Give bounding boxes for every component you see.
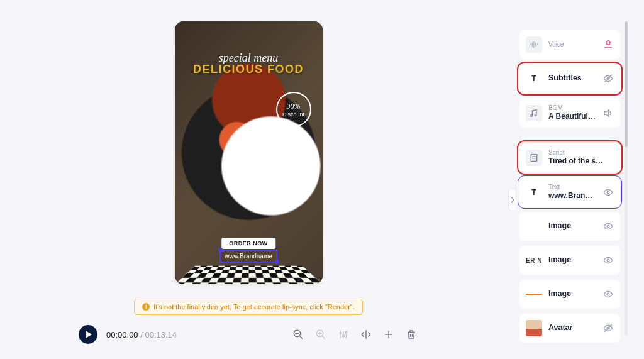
layer-subtitles-title: Subtitles: [548, 74, 596, 84]
script-icon: [526, 150, 542, 166]
zoom-out-icon: [292, 329, 304, 340]
visibility-visible-icon[interactable]: [602, 187, 614, 198]
zoom-in-icon: [315, 329, 326, 340]
voice-character-icon[interactable]: [602, 39, 614, 50]
image-thumbnail: [526, 218, 542, 235]
layer-image-1[interactable]: Image: [519, 212, 620, 241]
right-panel-scrollbar[interactable]: [625, 21, 628, 336]
svg-point-31: [607, 191, 609, 194]
svg-line-6: [322, 336, 325, 339]
discount-percent: 30%: [287, 102, 301, 111]
trash-icon: [406, 329, 417, 340]
layer-script-label: Script: [548, 149, 614, 157]
canvas-floor-pattern: [175, 266, 323, 284]
visibility-hidden-icon[interactable]: [602, 73, 614, 84]
visibility-visible-icon[interactable]: [602, 255, 614, 266]
time-duration: 00:13.14: [145, 330, 177, 340]
time-display: 00:00.00 / 00:13.14: [106, 330, 177, 340]
layer-voice[interactable]: Voice: [519, 30, 620, 59]
selected-text-element[interactable]: www.Brandname: [219, 250, 277, 263]
layer-script-value: Tired of the s…: [548, 157, 614, 166]
overlay-headline[interactable]: DELICIOUS FOOD: [175, 63, 323, 76]
layers-panel: Voice T Subtitles BGM A Beautiful Sky Sc…: [519, 30, 620, 343]
split-button[interactable]: [359, 328, 373, 341]
zoom-in-button[interactable]: [314, 328, 328, 341]
svg-point-32: [607, 225, 609, 228]
sliders-icon: [338, 329, 349, 340]
layer-avatar[interactable]: Avatar: [519, 314, 620, 343]
image-thumbnail: ER N: [526, 252, 542, 268]
layer-bgm-label: BGM: [548, 104, 596, 112]
image-thumbnail: [526, 286, 542, 302]
layer-text-label: Text: [548, 184, 596, 191]
chevron-right-icon: [510, 196, 515, 204]
layer-image2-title: Image: [548, 255, 596, 265]
svg-point-26: [531, 114, 533, 116]
volume-icon[interactable]: [602, 108, 614, 119]
visibility-visible-icon[interactable]: [602, 221, 614, 232]
add-button[interactable]: [382, 328, 396, 341]
warning-text: It's not the final video yet, To get acc…: [153, 303, 355, 311]
layer-image3-title: Image: [548, 289, 596, 299]
svg-point-33: [607, 259, 609, 262]
layer-image-3[interactable]: Image: [519, 280, 620, 309]
avatar-thumbnail: [526, 320, 542, 336]
svg-point-27: [535, 114, 536, 116]
layer-bgm[interactable]: BGM A Beautiful Sky: [519, 98, 620, 128]
svg-point-34: [607, 293, 609, 295]
video-canvas[interactable]: special menu DELICIOUS FOOD 30% Discount…: [175, 21, 323, 284]
warning-icon: !: [142, 303, 150, 311]
svg-point-23: [606, 41, 610, 45]
layer-script[interactable]: Script Tired of the s…: [519, 143, 620, 172]
text-icon: T: [526, 70, 542, 87]
text-icon: T: [526, 184, 542, 201]
layer-text-value: www.Brandna…: [548, 191, 596, 201]
split-icon: [360, 329, 372, 340]
layer-subtitles[interactable]: T Subtitles: [519, 64, 620, 93]
visibility-hidden-icon[interactable]: [602, 323, 614, 334]
layer-bgm-value: A Beautiful Sky: [548, 112, 596, 121]
music-icon: [526, 105, 542, 121]
player-controls: 00:00.00 / 00:13.14: [72, 315, 425, 359]
play-button[interactable]: [79, 325, 97, 344]
time-current: 00:00.00: [106, 330, 138, 340]
canvas-area: special menu DELICIOUS FOOD 30% Discount…: [175, 0, 323, 294]
discount-label: Discount: [282, 111, 304, 118]
editor-main: special menu DELICIOUS FOOD 30% Discount…: [0, 0, 497, 359]
delete-button[interactable]: [404, 328, 418, 341]
play-icon: [85, 330, 92, 339]
cta-button-overlay[interactable]: ORDER NOW: [221, 238, 275, 249]
collapse-right-panel[interactable]: [508, 189, 516, 211]
layer-avatar-title: Avatar: [548, 323, 596, 333]
voice-wave-icon: [526, 36, 542, 53]
layer-text[interactable]: T Text www.Brandna…: [519, 177, 620, 207]
plus-icon: [383, 329, 394, 340]
zoom-out-button[interactable]: [291, 328, 305, 341]
layer-image1-title: Image: [548, 221, 596, 231]
audio-levels-button[interactable]: [336, 328, 350, 341]
svg-line-2: [299, 336, 303, 339]
visibility-visible-icon[interactable]: [602, 289, 614, 300]
layer-voice-label: Voice: [548, 41, 596, 48]
layer-image-2[interactable]: ER N Image: [519, 246, 620, 275]
render-warning: ! It's not the final video yet, To get a…: [134, 299, 363, 315]
discount-badge[interactable]: 30% Discount: [276, 92, 311, 127]
